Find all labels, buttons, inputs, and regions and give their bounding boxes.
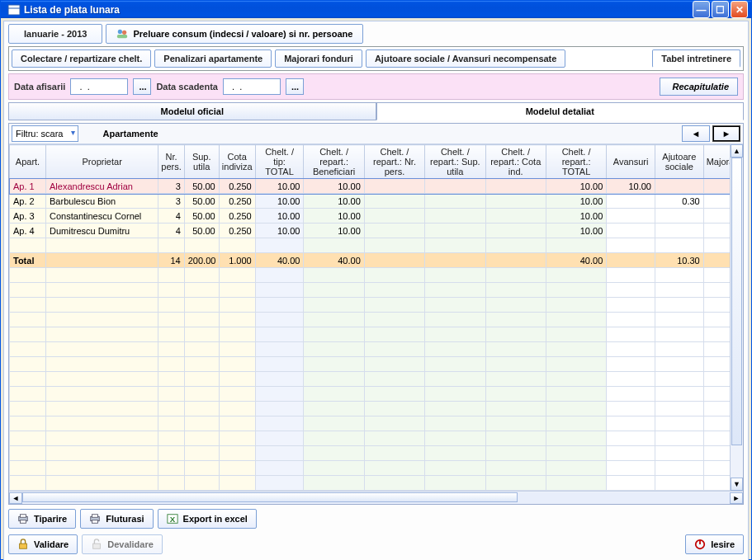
col-avansuri[interactable]: Avansuri — [607, 145, 655, 179]
table-cell[interactable]: 40.00 — [546, 253, 606, 268]
table-cell[interactable] — [364, 268, 424, 283]
table-cell[interactable] — [219, 387, 255, 402]
table-cell[interactable] — [184, 476, 219, 491]
tab-model-oficial[interactable]: Modelul oficial — [8, 102, 376, 120]
table-cell[interactable] — [219, 327, 255, 342]
col-cota-indiviza[interactable]: Cota indiviza — [219, 145, 255, 179]
col-chelt-repart-suputila[interactable]: Chelt. / repart.: Sup. utila — [425, 145, 485, 179]
table-cell[interactable] — [46, 268, 158, 283]
table-cell[interactable] — [184, 313, 219, 327]
col-ajutoare-sociale[interactable]: Ajutoare sociale — [655, 145, 703, 179]
table-cell[interactable] — [158, 283, 184, 298]
table-cell[interactable]: 10.00 — [607, 179, 655, 194]
maximize-button[interactable]: ☐ — [712, 1, 729, 18]
table-cell[interactable] — [219, 402, 255, 416]
table-cell[interactable] — [304, 342, 364, 357]
table-cell[interactable] — [10, 357, 46, 372]
table-cell[interactable]: Alexandrescu Adrian — [46, 179, 158, 194]
table-cell[interactable] — [219, 298, 255, 313]
table-cell[interactable] — [219, 446, 255, 461]
table-cell[interactable] — [184, 238, 219, 253]
table-cell[interactable] — [607, 253, 655, 268]
table-cell[interactable] — [607, 402, 655, 416]
table-cell[interactable] — [46, 238, 158, 253]
table-cell[interactable] — [425, 402, 485, 416]
scroll-down-button[interactable]: ▼ — [731, 478, 743, 491]
table-cell[interactable] — [425, 431, 485, 446]
table-cell[interactable] — [46, 431, 158, 446]
table-cell[interactable] — [184, 283, 219, 298]
data-scadenta-input[interactable] — [223, 78, 281, 95]
table-cell[interactable] — [219, 283, 255, 298]
table-cell[interactable]: 14 — [158, 253, 184, 268]
columns-next-button[interactable]: ► — [712, 125, 740, 142]
table-cell[interactable] — [184, 327, 219, 342]
table-cell[interactable]: 10.30 — [655, 253, 703, 268]
table-cell[interactable] — [655, 446, 703, 461]
table-cell[interactable] — [655, 313, 703, 327]
table-cell[interactable] — [607, 461, 655, 476]
table-cell[interactable]: 10.00 — [255, 209, 304, 224]
table-cell[interactable] — [158, 313, 184, 327]
col-sup-utila[interactable]: Sup. utila — [184, 145, 219, 179]
table-cell[interactable] — [158, 416, 184, 431]
preluare-consum-button[interactable]: Preluare consum (indecsi / valoare) si n… — [106, 24, 363, 44]
table-cell[interactable] — [485, 194, 546, 209]
table-cell[interactable] — [184, 298, 219, 313]
table-cell[interactable] — [10, 327, 46, 342]
table-cell[interactable] — [546, 416, 606, 431]
scroll-left-button[interactable]: ◄ — [9, 492, 22, 504]
table-cell[interactable] — [546, 387, 606, 402]
table-cell[interactable] — [425, 209, 485, 224]
table-cell[interactable] — [304, 327, 364, 342]
table-cell[interactable] — [364, 313, 424, 327]
table-cell[interactable] — [485, 298, 546, 313]
table-cell[interactable] — [425, 372, 485, 387]
table-cell[interactable] — [255, 431, 304, 446]
table-cell[interactable] — [364, 179, 424, 194]
table-cell[interactable]: Ap. 2 — [10, 194, 46, 209]
table-cell[interactable] — [46, 327, 158, 342]
table-cell[interactable]: 10.00 — [546, 209, 606, 224]
table-cell[interactable] — [184, 357, 219, 372]
table-cell[interactable] — [546, 238, 606, 253]
table-cell[interactable] — [10, 476, 46, 491]
col-proprietar[interactable]: Proprietar — [46, 145, 158, 179]
table-cell[interactable] — [219, 238, 255, 253]
iesire-button[interactable]: Iesire — [685, 534, 744, 554]
table-cell[interactable] — [485, 476, 546, 491]
table-cell[interactable] — [46, 446, 158, 461]
table-cell[interactable] — [655, 179, 703, 194]
filtru-scara-combo[interactable]: Filtru: scara — [12, 125, 78, 142]
table-cell[interactable] — [364, 194, 424, 209]
table-cell[interactable] — [184, 268, 219, 283]
table-cell[interactable] — [607, 357, 655, 372]
table-cell[interactable] — [46, 313, 158, 327]
table-cell[interactable] — [158, 476, 184, 491]
tab-model-detaliat[interactable]: Modelul detaliat — [376, 102, 745, 120]
col-nr-pers[interactable]: Nr. pers. — [158, 145, 184, 179]
table-cell[interactable] — [158, 402, 184, 416]
table-cell[interactable] — [607, 431, 655, 446]
table-cell[interactable] — [364, 327, 424, 342]
table-cell[interactable] — [158, 357, 184, 372]
table-cell[interactable] — [546, 372, 606, 387]
tab-colectare[interactable]: Colectare / repartizare chelt. — [12, 49, 151, 68]
table-cell[interactable] — [364, 357, 424, 372]
table-cell[interactable] — [46, 283, 158, 298]
horizontal-scrollbar[interactable]: ◄ ► — [9, 491, 743, 504]
table-cell[interactable] — [485, 283, 546, 298]
table-cell[interactable] — [46, 357, 158, 372]
table-cell[interactable] — [425, 179, 485, 194]
table-cell[interactable] — [485, 253, 546, 268]
table-cell[interactable]: Ap. 4 — [10, 224, 46, 238]
data-afisarii-picker[interactable]: ... — [133, 78, 151, 95]
table-cell[interactable] — [546, 342, 606, 357]
recapitulatie-button[interactable]: Recapitulatie — [660, 78, 738, 96]
table-cell[interactable] — [425, 357, 485, 372]
table-cell[interactable] — [425, 268, 485, 283]
table-cell[interactable] — [184, 402, 219, 416]
table-cell[interactable] — [364, 461, 424, 476]
table-cell[interactable]: 0.30 — [655, 194, 703, 209]
table-cell[interactable]: 10.00 — [304, 209, 364, 224]
